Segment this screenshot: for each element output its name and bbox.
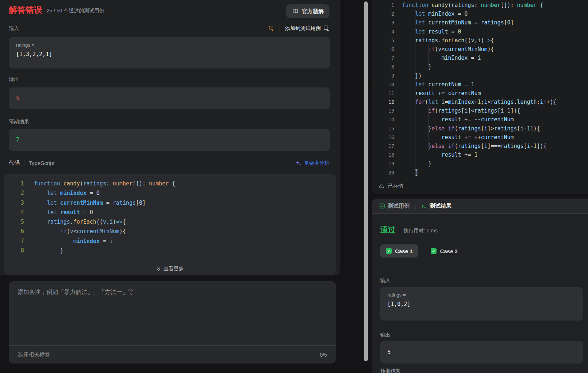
view-more-button[interactable]: 查看更多 bbox=[4, 266, 336, 272]
sparkle-icon bbox=[295, 160, 301, 166]
code-line: 16 result += ++currentNum bbox=[372, 133, 588, 142]
case-passed-check-icon: ✓ bbox=[386, 248, 392, 254]
vertical-scrollbar-thumb[interactable] bbox=[364, 1, 368, 361]
code-line: 14 result += --currentNum bbox=[372, 115, 588, 124]
input-tools: 添加到测试用例 bbox=[268, 25, 329, 32]
testcase-output-label: 输出 bbox=[380, 332, 390, 338]
debug-bug-icon[interactable] bbox=[268, 25, 275, 32]
tab-test-result-label: 测试结果 bbox=[430, 203, 451, 209]
notes-input[interactable] bbox=[9, 281, 336, 345]
case-2-label: Case 2 bbox=[440, 248, 457, 254]
testcase-panel: 测试用例 测试结果 通过 执行用时: 0 ms ✓ Case 1 ✓ Case … bbox=[372, 199, 588, 373]
select-tags-button[interactable]: 选择相关标签 bbox=[17, 351, 50, 358]
output-label: 输出 bbox=[9, 76, 19, 83]
add-to-testcase-link[interactable]: 添加到测试用例 bbox=[285, 25, 329, 32]
testcase-input-value: [1,0,2] bbox=[387, 301, 576, 307]
code-line: 15 }else if(ratings[i]>ratings[i-1]){ bbox=[372, 124, 588, 133]
runtime-label: 执行用时: bbox=[403, 228, 425, 233]
official-solution-label: 官方题解 bbox=[302, 8, 324, 15]
code-line: 4 let result = 0 bbox=[372, 27, 588, 36]
runtime-value: 0 ms bbox=[427, 228, 438, 233]
code-section-header: 代码 TypeScript 复杂度分析 bbox=[9, 160, 329, 166]
code-line: 19 } bbox=[372, 159, 588, 168]
code-line: 3 let currentMinNum = ratings[0] bbox=[372, 18, 588, 27]
complexity-analysis-label: 复杂度分析 bbox=[304, 160, 329, 166]
tabs-divider bbox=[415, 203, 415, 209]
code-label: 代码 bbox=[9, 160, 20, 166]
tools-divider bbox=[280, 25, 280, 31]
output-value: 5 bbox=[16, 95, 19, 102]
code-line: 10 let currentNum = 1 bbox=[372, 80, 588, 89]
expected-result-box: 7 bbox=[9, 129, 330, 151]
code-line: 20 } bbox=[372, 168, 588, 177]
code-line: 17 }else if(ratings[i]===ratings[i-1]){ bbox=[372, 142, 588, 150]
code-editor-panel[interactable]: 1function candy(ratings: number[]): numb… bbox=[372, 0, 588, 194]
passed-testcases-count: 25 / 50 个通过的测试用例 bbox=[47, 8, 104, 14]
code-line: 18 result += 1 bbox=[372, 150, 588, 159]
double-chevron-down-icon bbox=[156, 267, 161, 271]
code-line: 6 if(v<currentMinNum){ bbox=[372, 45, 588, 54]
run-status-row: 通过 执行用时: 0 ms bbox=[380, 225, 438, 235]
tab-testcase-label: 测试用例 bbox=[388, 203, 410, 209]
testcase-panel-tabs: 测试用例 测试结果 bbox=[372, 199, 588, 214]
copy-to-testcase-icon bbox=[323, 25, 329, 31]
code-line: 11 result += currentNum bbox=[372, 89, 588, 98]
testcase-input-label: 输入 bbox=[380, 277, 390, 284]
case-2-chip[interactable]: ✓ Case 2 bbox=[425, 244, 463, 258]
view-more-label: 查看更多 bbox=[163, 266, 184, 272]
runtime-info: 执行用时: 0 ms bbox=[403, 228, 438, 234]
editor-code-lines[interactable]: 1function candy(ratings: number[]): numb… bbox=[372, 1, 588, 177]
code-line: 5 ratings.forEach((v,i)=>{ bbox=[372, 36, 588, 45]
code-line: 1function candy(ratings: number[]): numb… bbox=[372, 1, 588, 9]
testcase-output-box: 5 bbox=[380, 341, 583, 364]
official-solution-button[interactable]: 官方题解 bbox=[286, 4, 329, 18]
code-line: 3 let currentMinNum = ratings[0] bbox=[4, 198, 336, 208]
code-line: 12 for(let i=minIndex+1;i<ratings.length… bbox=[372, 98, 588, 106]
save-status: 已存储 bbox=[379, 183, 403, 189]
input-param-name: ratings = bbox=[16, 42, 323, 48]
tab-test-result[interactable]: 测试结果 bbox=[421, 203, 451, 209]
cloud-icon bbox=[379, 183, 385, 189]
case-1-label: Case 1 bbox=[395, 248, 413, 254]
code-line: 8 } bbox=[4, 246, 336, 255]
panel-resize-handle[interactable] bbox=[370, 83, 372, 91]
code-line: 4 let result = 0 bbox=[4, 208, 336, 217]
case-chips-row: ✓ Case 1 ✓ Case 2 bbox=[380, 244, 463, 258]
tags-count: 0/5 bbox=[320, 352, 327, 358]
expected-value: 7 bbox=[16, 137, 19, 143]
code-line: 2 let minIndex = 0 bbox=[372, 9, 588, 18]
submission-output-box: 5 bbox=[9, 87, 330, 109]
result-header: 解答错误 25 / 50 个通过的测试用例 官方题解 bbox=[9, 4, 329, 16]
submitted-code-lines: 1function candy(ratings: number[]): numb… bbox=[4, 174, 336, 255]
code-language: TypeScript bbox=[29, 160, 55, 166]
notes-card: 选择相关标签 0/5 bbox=[9, 281, 336, 364]
add-to-testcase-label: 添加到测试用例 bbox=[285, 25, 321, 32]
result-status-title: 解答错误 bbox=[9, 4, 42, 16]
submission-input-box: ratings = [1,3,2,2,1] bbox=[9, 37, 330, 68]
submitted-code-block: 1function candy(ratings: number[]): numb… bbox=[4, 174, 336, 275]
code-line: 1function candy(ratings: number[]): numb… bbox=[4, 179, 336, 188]
case-passed-check-icon: ✓ bbox=[431, 248, 437, 254]
terminal-icon bbox=[421, 203, 427, 209]
code-line: 13 if(ratings[i]<ratings[i-1]){ bbox=[372, 106, 588, 115]
book-icon bbox=[292, 8, 299, 15]
tags-bar: 选择相关标签 0/5 bbox=[9, 345, 336, 364]
code-line: 9 }) bbox=[372, 71, 588, 80]
case-1-chip[interactable]: ✓ Case 1 bbox=[380, 244, 418, 258]
code-line: 8 } bbox=[372, 62, 588, 71]
input-label: 输入 bbox=[9, 25, 19, 32]
testcase-input-box[interactable]: ratings = [1,0,2] bbox=[380, 287, 583, 321]
testcase-output-value: 5 bbox=[387, 349, 391, 356]
checkbox-icon bbox=[379, 203, 385, 209]
input-section-header: 输入 添加到测试用例 bbox=[9, 25, 329, 32]
code-line: 7 minIndex = i bbox=[372, 54, 588, 62]
submission-result-panel: 解答错误 25 / 50 个通过的测试用例 官方题解 输入 添加到测试用例 ra… bbox=[0, 0, 340, 275]
code-line: 5 ratings.forEach((v,i)=>{ bbox=[4, 217, 336, 227]
run-status-accepted: 通过 bbox=[380, 225, 395, 235]
code-line: 2 let minIndex = 0 bbox=[4, 188, 336, 198]
code-line: 7 minIndex = i bbox=[4, 236, 336, 246]
code-line: 6 if(v<currentMinNum){ bbox=[4, 227, 336, 236]
complexity-analysis-link[interactable]: 复杂度分析 bbox=[295, 160, 329, 166]
testcase-input-param: ratings = bbox=[387, 292, 576, 298]
tab-testcase[interactable]: 测试用例 bbox=[379, 203, 410, 209]
